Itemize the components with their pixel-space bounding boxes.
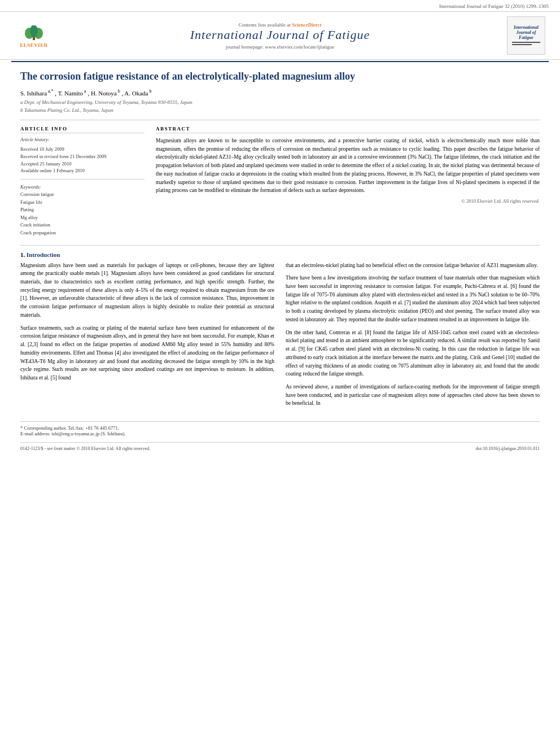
thin-divider-2 bbox=[20, 245, 540, 246]
keyword-6: Crack propagation bbox=[20, 229, 145, 237]
sciencedirect-label: Contents lists available at ScienceDirec… bbox=[56, 21, 504, 28]
logo-line-2 bbox=[512, 44, 532, 45]
section-number: 1. bbox=[20, 251, 25, 258]
journal-banner: ELSEVIER Contents lists available at Sci… bbox=[0, 11, 560, 60]
author-sep1: , T. Namito bbox=[55, 90, 83, 97]
affiliations: a Dept. of Mechanical Engineering, Unive… bbox=[20, 99, 540, 114]
elsevier-box: ELSEVIER bbox=[20, 25, 48, 48]
keywords-label: Keywords: bbox=[20, 184, 145, 190]
corresponding-author: * Corresponding author. Tel./fax: +81 76… bbox=[20, 425, 540, 431]
copyright-line: © 2010 Elsevier Ltd. All rights reserved… bbox=[156, 198, 540, 204]
banner-right: InternationalJournal ofFatigue bbox=[504, 16, 549, 55]
affiliation-a: a Dept. of Mechanical Engineering, Unive… bbox=[20, 99, 540, 107]
keyword-3: Plating bbox=[20, 206, 145, 214]
author-sup-b1: b bbox=[117, 89, 120, 94]
logo-title-text: InternationalJournal ofFatigue bbox=[514, 25, 539, 40]
author-name: S. Ishihara bbox=[20, 90, 47, 97]
author-sup-a2: a bbox=[83, 89, 86, 94]
journal-reference: International Journal of Fatigue 32 (201… bbox=[439, 3, 549, 9]
main-content: The corrosion fatigue resistance of an e… bbox=[0, 62, 560, 459]
logo-lines bbox=[512, 42, 540, 46]
author-sup-b2: b bbox=[148, 89, 152, 94]
intro-para-1: Magnesium alloys have been used as mater… bbox=[20, 261, 274, 320]
section-title-text: Introduction bbox=[27, 251, 60, 258]
article-title: The corrosion fatigue resistance of an e… bbox=[20, 70, 540, 83]
contents-label: Contents lists available at bbox=[238, 22, 290, 28]
intro-para-2: Surface treatments, such as coating or p… bbox=[20, 324, 274, 382]
elsevier-tree-icon bbox=[24, 25, 44, 42]
banner-center: Contents lists available at ScienceDirec… bbox=[56, 21, 504, 50]
body-col-right: that an electroless-nickel plating had n… bbox=[286, 261, 540, 413]
intro-para-3: that an electroless-nickel plating had n… bbox=[286, 261, 540, 270]
logo-line-1 bbox=[512, 42, 540, 43]
intro-para-6: As reviewed above, a number of investiga… bbox=[286, 383, 540, 408]
left-divider bbox=[20, 179, 145, 180]
article-info-header: ARTICLE INFO bbox=[20, 126, 145, 133]
abstract-text: Magnesium alloys are known to be suscept… bbox=[156, 137, 540, 195]
keyword-1: Corrosion fatigue bbox=[20, 191, 145, 199]
author-sep3: , A. Okada bbox=[121, 90, 148, 97]
banner-left: ELSEVIER bbox=[11, 23, 56, 48]
history-label: Article history: bbox=[20, 137, 145, 142]
keyword-4: Mg alloy bbox=[20, 214, 145, 222]
keyword-5: Crack initiation bbox=[20, 221, 145, 229]
article-info-col: ARTICLE INFO Article history: Received 1… bbox=[20, 126, 145, 237]
intro-para-5: On the other hand, Contreras et al. [8] … bbox=[286, 329, 540, 378]
authors-line: S. Ishihara a,* , T. Namito a , H. Notoy… bbox=[20, 89, 540, 97]
received-date: Received 10 July 2009 bbox=[20, 146, 145, 153]
author-sep2: , H. Notoya bbox=[88, 90, 116, 97]
issn-text: 0142-1123/$ - see front matter © 2010 El… bbox=[20, 446, 150, 451]
accepted-date: Accepted 25 January 2010 bbox=[20, 160, 145, 168]
doi-text: doi:10.1016/j.ijfatigue.2010.01.011 bbox=[476, 446, 540, 451]
keyword-2: Fatigue life bbox=[20, 199, 145, 207]
available-date: Available online 1 February 2010 bbox=[20, 167, 145, 174]
intro-para-4: There have been a few investigations inv… bbox=[286, 274, 540, 324]
revised-date: Received in revised form 21 December 200… bbox=[20, 153, 145, 160]
journal-title-banner: International Journal of Fatigue bbox=[56, 28, 504, 42]
author-sup-a1: a,* bbox=[47, 89, 54, 94]
thin-divider-1 bbox=[20, 120, 540, 120]
email-address: E-mail address: ishi@eng.u-toyama.ac.jp … bbox=[20, 431, 540, 436]
top-header: International Journal of Fatigue 32 (201… bbox=[0, 0, 560, 11]
abstract-col: ABSTRACT Magnesium alloys are known to b… bbox=[156, 126, 540, 237]
journal-logo-box: InternationalJournal ofFatigue bbox=[507, 16, 545, 55]
two-col-section: ARTICLE INFO Article history: Received 1… bbox=[20, 126, 540, 237]
svg-point-3 bbox=[30, 25, 38, 37]
affiliation-b: b Takamatsu Plating Co. Ltd., Toyama, Ja… bbox=[20, 107, 540, 115]
journal-homepage: journal homepage: www.elsevier.com/locat… bbox=[56, 44, 504, 50]
introduction-title: 1. Introduction bbox=[20, 251, 540, 258]
body-columns: Magnesium alloys have been used as mater… bbox=[20, 261, 540, 413]
sciencedirect-text: ScienceDirect bbox=[292, 22, 321, 28]
elsevier-label: ELSEVIER bbox=[20, 42, 48, 48]
abstract-header: ABSTRACT bbox=[156, 126, 540, 133]
body-col-left: Magnesium alloys have been used as mater… bbox=[20, 261, 274, 413]
footnote-section: * Corresponding author. Tel./fax: +81 76… bbox=[20, 421, 540, 436]
footnote-bottom: 0142-1123/$ - see front matter © 2010 El… bbox=[20, 442, 540, 451]
